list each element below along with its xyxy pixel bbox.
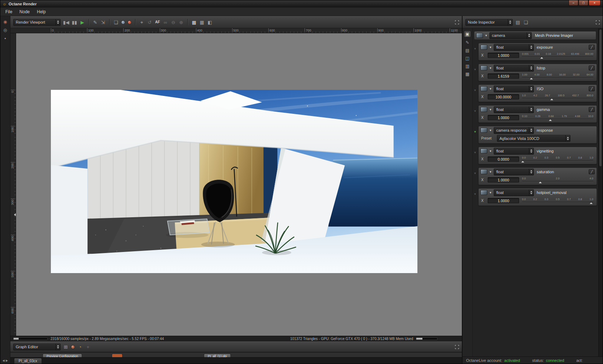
param-type-select-gamma-stepper[interactable] xyxy=(529,107,533,113)
split-view-icon[interactable]: ◧ xyxy=(207,20,212,25)
inspector-scrollbar[interactable] xyxy=(598,28,603,356)
node-type-select-stepper[interactable] xyxy=(527,33,531,39)
move-tool-icon[interactable]: + xyxy=(85,345,91,349)
curve-edit-button[interactable]: ╱ xyxy=(589,86,595,91)
inspector-fullscreen-icon[interactable] xyxy=(596,20,600,24)
float-panel-icon[interactable]: ❏ xyxy=(523,20,528,25)
tab-prev-icon[interactable]: ◀ xyxy=(3,359,5,362)
start-render-icon[interactable]: ▶ xyxy=(80,20,85,25)
render-layer-icon[interactable] xyxy=(121,20,125,24)
group-caret-icon[interactable]: ▼ xyxy=(474,193,477,196)
focus-picker-icon[interactable]: ⌖ xyxy=(139,20,144,25)
param-type-select-vignetting[interactable]: float xyxy=(494,148,534,155)
param-type-select-response[interactable]: camera response xyxy=(494,127,534,134)
expand-caret-icon[interactable]: ▼ xyxy=(489,87,492,91)
param-type-select-response-stepper[interactable] xyxy=(529,127,533,134)
param-slider[interactable]: 0.0010.010.162.012563.496800.00 xyxy=(521,52,594,59)
maximize-button[interactable]: □ xyxy=(579,0,588,6)
close-button[interactable]: × xyxy=(589,0,600,6)
render-target-icon[interactable]: ◉ xyxy=(3,20,8,24)
curve-edit-button[interactable]: ╱ xyxy=(589,169,595,174)
group-caret-icon[interactable]: ▼ xyxy=(474,68,477,71)
expand-caret-icon[interactable]: ▼ xyxy=(485,34,488,37)
white-square-icon[interactable]: ▩ xyxy=(191,20,197,25)
pause-render-icon[interactable]: ▮▮ xyxy=(72,20,77,25)
group-caret-icon[interactable]: ▼ xyxy=(474,89,477,92)
param-value-input[interactable]: 100.0000 xyxy=(488,94,519,100)
expand-caret-icon[interactable]: ▼ xyxy=(489,67,492,70)
render-preview-icon[interactable]: ▣ xyxy=(464,31,470,37)
zoom-tool-icon[interactable]: ◎ xyxy=(3,28,8,32)
pen-tool-icon[interactable]: ✎ xyxy=(92,20,98,25)
tab-next-icon[interactable]: ▶ xyxy=(6,359,8,362)
minimize-button[interactable]: – xyxy=(569,0,578,6)
param-type-select-gamma[interactable]: float xyxy=(494,106,534,113)
graph-fullscreen-icon[interactable] xyxy=(455,345,459,349)
expand-caret-icon[interactable]: ▼ xyxy=(489,46,492,49)
new-graph-icon[interactable]: ⊞ xyxy=(63,345,68,349)
group-caret-icon[interactable]: ▼ xyxy=(474,110,477,113)
param-type-select-fstop-stepper[interactable] xyxy=(529,65,533,71)
image-icon[interactable]: ▥ xyxy=(465,64,470,68)
preset-select-stepper[interactable] xyxy=(565,135,570,141)
expand-caret-icon[interactable]: ▼ xyxy=(489,108,492,111)
curve-edit-button[interactable]: ╱ xyxy=(589,65,595,71)
stereo-icon[interactable]: ∞ xyxy=(163,20,168,25)
pen-icon[interactable]: ✎ xyxy=(465,40,470,45)
graph-editor-canvas[interactable]: Preview ConfigurationPI_all_(1).obj xyxy=(10,352,462,357)
slider-marker-icon[interactable] xyxy=(521,161,524,162)
layout-list-icon[interactable]: ▤ xyxy=(515,20,521,25)
param-slider[interactable]: 1.04.226.7100.5432.7800.0 xyxy=(521,94,594,100)
param-type-select-iso[interactable]: float xyxy=(494,86,534,92)
param-value-input[interactable]: 1.6159 xyxy=(488,73,519,79)
rotate-icon[interactable]: ↺ xyxy=(147,20,152,25)
copy-image-icon[interactable]: ❏ xyxy=(113,20,119,25)
param-value-input[interactable]: 0.0000 xyxy=(488,156,519,162)
expand-caret-icon[interactable]: ▼ xyxy=(489,150,492,153)
slider-marker-icon[interactable] xyxy=(550,98,553,100)
group-caret-icon[interactable]: ▼ xyxy=(474,151,477,154)
zoom-in-icon[interactable]: ⊕ xyxy=(178,20,184,25)
expand-caret-icon[interactable]: ▼ xyxy=(489,170,492,174)
render-viewport-select-stepper[interactable] xyxy=(56,19,60,25)
slider-marker-icon[interactable] xyxy=(590,202,593,204)
render-viewport-canvas[interactable] xyxy=(16,33,462,336)
param-type-select-vignetting-stepper[interactable] xyxy=(529,148,533,154)
storage-icon[interactable]: ◫ xyxy=(465,56,470,60)
param-type-select-exposure-stepper[interactable] xyxy=(529,44,533,50)
render-viewport-select[interactable]: Render Viewport xyxy=(13,19,61,26)
param-slider[interactable]: 0.00.20.30.50.70.81.0 xyxy=(521,156,594,162)
param-slider[interactable]: 0.02.04.0 xyxy=(521,177,594,183)
graph-node[interactable]: PI_all_(1).obj xyxy=(204,354,231,357)
graph-tab[interactable]: PI_all_03cx xyxy=(14,358,42,364)
node-inspector-select[interactable]: Node Inspector xyxy=(465,19,513,26)
note-tool-icon[interactable]: ▪ xyxy=(3,36,8,40)
param-value-input[interactable]: 1.0000 xyxy=(488,53,519,58)
slider-marker-icon[interactable] xyxy=(549,119,552,121)
node-inspector-select-stepper[interactable] xyxy=(508,19,512,25)
group-caret-icon[interactable]: ▼ xyxy=(474,130,477,134)
material-ball-icon[interactable] xyxy=(71,345,75,349)
curve-edit-button[interactable]: ╱ xyxy=(589,107,595,112)
graph-editor-select-stepper[interactable] xyxy=(56,344,60,350)
param-value-input[interactable]: 1.0000 xyxy=(488,115,519,120)
slider-marker-icon[interactable] xyxy=(530,78,533,79)
bug-report-icon[interactable] xyxy=(128,20,131,24)
checker-icon[interactable]: ▦ xyxy=(465,72,470,76)
group-caret-icon[interactable]: ▼ xyxy=(474,47,477,50)
param-value-input[interactable]: 1.0000 xyxy=(488,198,519,203)
param-slider[interactable]: 0.00.20.30.50.70.81.0 xyxy=(521,198,594,204)
param-value-input[interactable]: 1.0000 xyxy=(488,177,519,183)
param-slider[interactable]: 1.004.008.0016.0032.0064.00 xyxy=(521,73,594,79)
resize-viewport-icon[interactable]: ⇲ xyxy=(100,20,106,25)
param-type-select-hotpixel-removal-stepper[interactable] xyxy=(529,190,533,196)
curve-edit-button[interactable]: ╱ xyxy=(589,45,595,50)
menu-file[interactable]: File xyxy=(2,8,16,15)
menu-help[interactable]: Help xyxy=(33,8,49,15)
graph-node[interactable]: Preview Configuration xyxy=(43,354,82,357)
expand-caret-icon[interactable]: ▼ xyxy=(489,191,492,194)
param-type-select-iso-stepper[interactable] xyxy=(529,86,533,92)
checker-bg-icon[interactable]: ▦ xyxy=(199,20,205,25)
palette-icon[interactable]: ▤ xyxy=(465,48,470,53)
restart-render-icon[interactable]: ▮◀ xyxy=(63,20,69,25)
